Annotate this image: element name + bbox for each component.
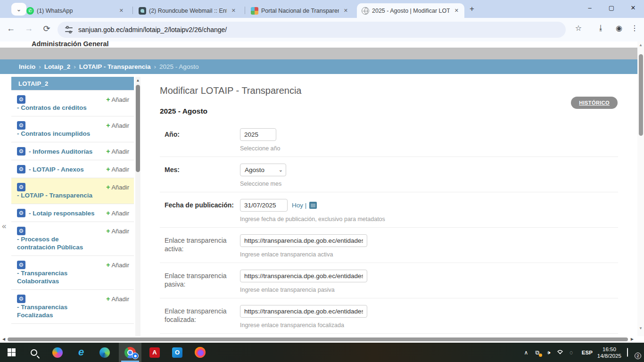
breadcrumb-link-lotaip2[interactable]: Lotaip_2 xyxy=(44,63,71,70)
close-window-button[interactable]: ✕ xyxy=(622,0,644,15)
breadcrumb-current: 2025 - Agosto xyxy=(159,63,198,70)
scroll-down-icon[interactable]: ▼ xyxy=(637,326,644,330)
scroll-right-icon[interactable]: ▶ xyxy=(631,337,634,341)
enlace-pasiva-input[interactable] xyxy=(240,270,367,282)
sidebar-item-contratos-incumplidos[interactable]: ⚙- Contratos incumplidos +Añadir xyxy=(11,116,134,142)
bookmark-star-icon[interactable]: ☆ xyxy=(575,24,582,33)
meet-now-icon[interactable]: ◌ xyxy=(566,349,577,356)
add-link[interactable]: +Añadir xyxy=(106,95,129,103)
taskbar-search-button[interactable] xyxy=(25,343,43,362)
downloads-icon[interactable]: ⭳ xyxy=(597,24,604,32)
sidebar-collapse-toggle[interactable]: « xyxy=(2,222,6,231)
taskbar-chrome-button-active[interactable]: ☻ xyxy=(119,343,141,362)
address-bar[interactable]: sanjuan.gob.ec/admin/lotaip_2/lotaipv2/2… xyxy=(58,22,566,38)
add-link[interactable]: +Añadir xyxy=(106,227,129,235)
scroll-left-icon[interactable]: ◀ xyxy=(2,337,5,341)
sidebar-item-label[interactable]: - Transparencias Colaborativas xyxy=(17,269,96,285)
plus-icon: + xyxy=(106,261,110,269)
cast-icon[interactable]: ⧉ xyxy=(532,349,543,356)
tab-roundcube[interactable]: (2) Roundcube Webmail :: Entra ✕ xyxy=(134,3,241,18)
sidebar-item-contratos-creditos[interactable]: ⚙- Contratos de créditos +Añadir xyxy=(11,90,134,116)
sidebar-item-lotaip-responsables[interactable]: ⚙- Lotaip responsables +Añadir xyxy=(11,204,134,222)
gear-icon: ⚙ xyxy=(17,209,25,217)
taskbar-acrobat-button[interactable]: A xyxy=(145,343,164,362)
tray-chevron-icon[interactable]: ∧ xyxy=(520,349,532,356)
notification-center-button[interactable]: 2 xyxy=(627,348,641,357)
profile-avatar-icon[interactable]: ◉ xyxy=(616,24,622,33)
sidebar-item-label[interactable]: - Contratos incumplidos xyxy=(17,130,90,138)
wifi-icon[interactable] xyxy=(554,349,566,356)
clock[interactable]: 16:50 14/8/2025 xyxy=(597,346,621,359)
sidebar-item-label[interactable]: - Transparencias Focalizadas xyxy=(17,303,96,319)
add-link[interactable]: +Añadir xyxy=(106,209,129,217)
vertical-scrollbar-thumb[interactable] xyxy=(639,54,643,136)
add-link[interactable]: +Añadir xyxy=(106,147,129,155)
add-link[interactable]: +Añadir xyxy=(106,261,129,269)
close-icon[interactable]: ✕ xyxy=(453,7,461,15)
calendar-icon[interactable] xyxy=(309,202,317,209)
enlace-focalizada-input[interactable] xyxy=(240,305,367,318)
add-link[interactable]: +Añadir xyxy=(106,121,129,129)
taskbar-edge-button[interactable] xyxy=(95,343,114,362)
close-icon[interactable]: ✕ xyxy=(117,7,125,15)
breadcrumb-link-inicio[interactable]: Inicio xyxy=(19,63,35,70)
add-link[interactable]: +Añadir xyxy=(106,165,129,173)
sidebar-item-transparencias-focalizadas[interactable]: ⚙- Transparencias Focalizadas +Añadir xyxy=(11,289,134,323)
maximize-button[interactable]: ▢ xyxy=(601,0,622,15)
start-button[interactable] xyxy=(2,343,21,362)
sidebar-item-informes-auditorias[interactable]: ⚙- Informes Auditorías +Añadir xyxy=(11,142,134,160)
reload-icon[interactable]: ⟳ xyxy=(41,24,53,34)
sidebar-item-label[interactable]: - LOTAIP - Anexos xyxy=(29,165,84,173)
close-icon[interactable]: ✕ xyxy=(342,7,350,15)
taskbar-outlook-button[interactable]: O xyxy=(168,343,187,362)
tab-label: (1) WhatsApp xyxy=(37,8,115,14)
system-tray: ∧ ⧉ 🕩 ◌ ESP 16:50 14/8/2025 2 xyxy=(520,343,644,362)
tab-active-lotaip[interactable]: 2025 - Agosto | Modificar LOTAI ✕ xyxy=(357,3,464,18)
site-settings-icon[interactable] xyxy=(65,27,73,33)
browser-menu-icon[interactable]: ⋮ xyxy=(631,24,638,33)
sidebar-item-label[interactable]: - Informes Auditorías xyxy=(29,148,92,156)
sidebar-item-transparencias-colaborativas[interactable]: ⚙- Transparencias Colaborativas +Añadir xyxy=(11,255,134,289)
fecha-input[interactable] xyxy=(240,199,288,212)
tab-whatsapp[interactable]: ✆ (1) WhatsApp ✕ xyxy=(22,3,129,18)
breadcrumb-link-transparencia[interactable]: LOTAIP - Transparencia xyxy=(79,63,151,70)
volume-icon[interactable]: 🕩 xyxy=(543,349,554,356)
field-label-enlace-activa: Enlace transparencia activa: xyxy=(160,234,240,258)
new-tab-button[interactable]: + xyxy=(470,4,474,14)
scroll-up-icon[interactable]: ▲ xyxy=(135,77,140,82)
window-controls: – ▢ ✕ xyxy=(579,0,644,18)
sidebar-item-label[interactable]: - Lotaip responsables xyxy=(29,209,95,217)
change-form: Año: Seleccione año Mes: Agosto ⌄ Selecc… xyxy=(160,122,618,336)
sidebar-item-lotaip-transparencia[interactable]: ⚙- LOTAIP - Transparencia +Añadir xyxy=(11,178,134,204)
sidebar-item-label[interactable]: - Procesos de contratación Públicas xyxy=(17,235,96,251)
minimize-button[interactable]: – xyxy=(579,0,601,15)
field-label-mes: Mes: xyxy=(160,164,240,187)
sidebar-scrollbar-thumb[interactable] xyxy=(136,85,140,172)
add-link[interactable]: +Añadir xyxy=(106,183,129,191)
forward-icon[interactable]: → xyxy=(23,24,35,33)
tab-separator xyxy=(245,7,245,14)
close-icon[interactable]: ✕ xyxy=(230,7,238,15)
sidebar-item-label[interactable]: - LOTAIP - Transparencia xyxy=(17,191,92,199)
horizontal-scrollbar-thumb[interactable] xyxy=(8,337,628,341)
scroll-up-icon[interactable]: ▲ xyxy=(637,41,644,47)
back-icon[interactable]: ← xyxy=(5,24,17,33)
hoy-link[interactable]: Hoy | xyxy=(292,202,306,209)
sidebar-scrollbar[interactable]: ▲ xyxy=(135,77,140,336)
sidebar-item-label[interactable]: - Contratos de créditos xyxy=(17,104,87,112)
tab-portal[interactable]: Portal Nacional de Transparenci ✕ xyxy=(246,3,354,18)
taskbar-ie-button[interactable]: e xyxy=(72,343,91,362)
language-indicator[interactable]: ESP xyxy=(582,350,593,355)
page-vertical-scrollbar[interactable]: ▲ ▼ xyxy=(637,41,644,336)
page-horizontal-scrollbar[interactable]: ◀ ▶ xyxy=(0,336,644,343)
sidebar-item-lotaip-anexos[interactable]: ⚙- LOTAIP - Anexos +Añadir xyxy=(11,160,134,178)
taskbar-copilot-button[interactable] xyxy=(48,343,67,362)
add-link[interactable]: +Añadir xyxy=(106,295,129,303)
taskbar-firefox-button[interactable] xyxy=(190,343,209,362)
url-text[interactable]: sanjuan.gob.ec/admin/lotaip_2/lotaipv2/2… xyxy=(78,26,227,33)
anio-input[interactable] xyxy=(240,128,276,141)
sidebar-item-procesos-contratacion[interactable]: ⚙- Procesos de contratación Públicas +Añ… xyxy=(11,222,134,255)
mes-select[interactable]: Agosto ⌄ xyxy=(240,164,286,176)
enlace-activa-input[interactable] xyxy=(240,234,367,247)
historico-button[interactable]: HISTÓRICO xyxy=(571,97,618,109)
